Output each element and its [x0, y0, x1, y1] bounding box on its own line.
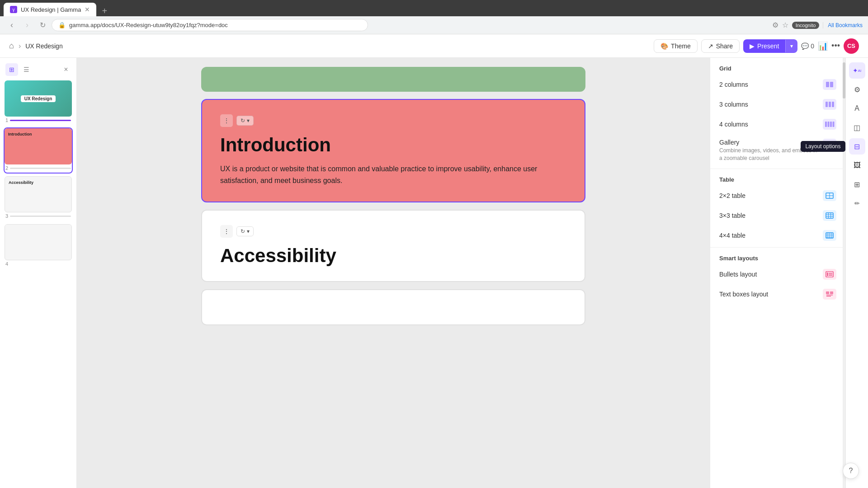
svg-point-31	[827, 273, 828, 274]
table-tool-button[interactable]: ⊞	[849, 176, 865, 192]
slide-3-title: Accessibility	[9, 180, 33, 185]
new-tab-button[interactable]: +	[98, 6, 111, 16]
card-tool-button[interactable]: ◫	[849, 119, 865, 136]
layout-3x3-label: 3×3 table	[719, 212, 745, 219]
left-sidebar: ⊞ ☰ × UX Redesign 1 Introduction	[0, 58, 77, 488]
edit-tool-button[interactable]: ✏	[849, 195, 865, 211]
active-tab[interactable]: γ UX Redesign | Gamma ✕	[4, 3, 96, 16]
svg-point-33	[827, 275, 828, 276]
panel-scroll-thumb[interactable]	[843, 62, 845, 99]
view-toggle: ⊞ ☰	[5, 63, 33, 76]
panel-scrollbar	[843, 58, 845, 488]
sidebar-close-button[interactable]: ×	[61, 65, 71, 75]
url-text: gamma.app/docs/UX-Redesign-utuw9ty82oy1f…	[69, 22, 361, 28]
lock-icon: 🔒	[58, 22, 66, 28]
comments-count: 0	[811, 42, 814, 50]
access-card-rotate-control[interactable]: ↻ ▾	[236, 226, 254, 236]
forward-button[interactable]: ›	[21, 19, 33, 32]
present-dropdown-button[interactable]: ▾	[785, 40, 797, 52]
slide-thumb-2[interactable]: Introduction 2	[4, 127, 73, 174]
breadcrumb-separator: ›	[19, 42, 21, 50]
svg-rect-35	[826, 291, 829, 294]
bookmark-star-button[interactable]: ☆	[782, 21, 788, 29]
card-menu-button[interactable]: ⋮	[220, 114, 233, 127]
slide-4-num: 4	[5, 260, 72, 268]
slide-3-num: 3	[5, 212, 72, 221]
extension-button[interactable]: ⚙	[772, 21, 778, 29]
avatar-initials: CS	[847, 42, 855, 49]
smart-section-header: Smart layouts	[710, 249, 845, 264]
app: ⌂ › UX Redesign 🎨 Theme ↗ Share ▶ Presen…	[0, 34, 868, 488]
svg-rect-16	[826, 213, 833, 218]
layout-item-3col[interactable]: 3 columns	[710, 94, 845, 114]
layout-tool-button[interactable]: ⊟	[849, 138, 865, 155]
layout-item-3x3[interactable]: 3×3 table	[710, 206, 845, 225]
play-icon: ▶	[750, 42, 755, 50]
svg-rect-6	[828, 122, 830, 127]
layout-item-textboxes[interactable]: Text boxes layout	[710, 284, 845, 304]
layout-panel: Grid 2 columns 3 columns	[710, 58, 845, 488]
url-bar[interactable]: 🔒 gamma.app/docs/UX-Redesign-utuw9ty82oy…	[52, 19, 368, 31]
analytics-button[interactable]: 📊	[818, 41, 828, 51]
slide-2-num: 2	[5, 164, 72, 173]
layout-3x3-icon	[823, 210, 836, 221]
reload-button[interactable]: ↻	[36, 19, 49, 32]
tab-title: UX Redesign | Gamma	[21, 6, 81, 13]
layout-item-2x2[interactable]: 2×2 table	[710, 186, 845, 206]
access-title: Accessibility	[220, 245, 566, 267]
home-button[interactable]: ⌂	[9, 41, 14, 51]
svg-rect-1	[830, 82, 833, 87]
svg-rect-36	[830, 291, 833, 294]
settings-tool-button[interactable]: ⚙	[849, 81, 865, 98]
layout-4x4-icon	[823, 230, 836, 241]
slide-thumb-4[interactable]: 4	[4, 223, 73, 269]
grid-view-button[interactable]: ⊞	[5, 63, 18, 76]
layout-item-4x4[interactable]: 4×4 table	[710, 225, 845, 245]
comments-button[interactable]: 💬 0	[801, 42, 814, 50]
slide-thumb-3[interactable]: Accessibility 3	[4, 175, 73, 221]
present-label: Present	[757, 42, 779, 50]
back-button[interactable]: ‹	[5, 19, 18, 32]
browser-chrome: γ UX Redesign | Gamma ✕ +	[0, 0, 868, 16]
all-bookmarks-link[interactable]: All Bookmarks	[823, 22, 863, 28]
share-button[interactable]: ↗ Share	[701, 39, 740, 53]
rotate-icon: ↻	[241, 117, 245, 124]
tab-close-icon[interactable]: ✕	[85, 6, 90, 13]
layout-item-bullets[interactable]: Bullets layout	[710, 264, 845, 284]
layout-4col-label: 4 columns	[719, 121, 748, 128]
layout-tooltip: Layout options	[801, 141, 845, 152]
layout-2col-label: 2 columns	[719, 81, 748, 88]
slide-2-title: Introduction	[8, 132, 32, 136]
layout-item-2col[interactable]: 2 columns	[710, 75, 845, 94]
card-rotate-control[interactable]: ↻ ▾	[236, 116, 254, 126]
breadcrumb-item: UX Redesign	[25, 42, 63, 50]
text-tool-button[interactable]: A	[849, 100, 865, 117]
layout-panel-scroll[interactable]: Grid 2 columns 3 columns	[710, 58, 845, 488]
image-tool-button[interactable]: 🖼	[849, 157, 865, 174]
theme-button[interactable]: 🎨 Theme	[654, 39, 698, 53]
green-banner	[201, 67, 585, 92]
avatar: CS	[844, 38, 859, 54]
present-button[interactable]: ▶ Present	[743, 39, 785, 53]
slide-thumb-1[interactable]: UX Redesign 1	[4, 80, 73, 126]
rotate-dropdown-icon: ▾	[247, 117, 250, 124]
bullets-icon	[823, 269, 836, 280]
layout-2x2-label: 2×2 table	[719, 192, 745, 199]
layout-item-4col[interactable]: 4 columns	[710, 114, 845, 134]
list-view-button[interactable]: ☰	[20, 63, 33, 76]
svg-rect-8	[833, 122, 835, 127]
section-divider-1	[710, 169, 845, 169]
access-card-toolbar: ⋮ ↻ ▾	[220, 225, 566, 238]
more-options-button[interactable]: •••	[831, 41, 840, 51]
svg-rect-2	[826, 102, 828, 107]
access-rotate-icon: ↻	[241, 228, 245, 235]
help-button[interactable]: ?	[843, 463, 859, 479]
browser-actions: ⚙ ☆ Incognito All Bookmarks	[772, 21, 863, 29]
present-button-group: ▶ Present ▾	[743, 39, 797, 53]
access-card-menu-button[interactable]: ⋮	[220, 225, 233, 238]
bullets-label: Bullets layout	[719, 271, 757, 278]
help-icon: ?	[849, 467, 853, 475]
empty-slide-card	[201, 289, 585, 325]
ai-tool-button[interactable]: ✦AI	[849, 62, 865, 79]
share-label: Share	[716, 42, 733, 50]
